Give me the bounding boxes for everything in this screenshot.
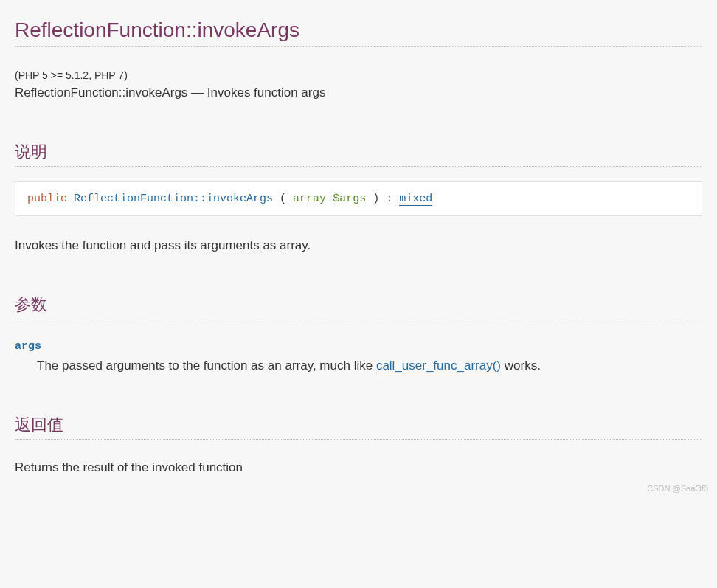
summary-sep: — xyxy=(187,86,207,100)
paren-open: ( xyxy=(273,193,293,205)
summary-desc: Invokes function args xyxy=(207,86,326,100)
param-desc-prefix: The passed arguments to the function as … xyxy=(37,359,376,373)
summary-name: ReflectionFunction::invokeArgs xyxy=(15,86,187,100)
parameter-description: The passed arguments to the function as … xyxy=(37,359,702,373)
description-text: Invokes the function and pass its argume… xyxy=(15,238,702,253)
param-var: $args xyxy=(333,193,366,205)
summary-line: ReflectionFunction::invokeArgs — Invokes… xyxy=(15,86,702,100)
param-type: array xyxy=(293,193,326,205)
page-title: ReflectionFunction::invokeArgs xyxy=(15,18,702,47)
return-type-link[interactable]: mixed xyxy=(399,193,432,206)
modifier-public: public xyxy=(27,193,67,205)
section-description-heading: 说明 xyxy=(15,141,702,167)
method-name: ReflectionFunction::invokeArgs xyxy=(74,193,273,205)
parameter-name-args: args xyxy=(15,340,702,353)
version-info: (PHP 5 >= 5.1.2, PHP 7) xyxy=(15,69,702,81)
paren-close: ) : xyxy=(366,193,399,205)
watermark: CSDN @SeaOf0 xyxy=(647,484,708,493)
return-text: Returns the result of the invoked functi… xyxy=(15,460,702,475)
section-parameters-heading: 参数 xyxy=(15,294,702,319)
section-return-heading: 返回值 xyxy=(15,414,702,440)
param-desc-suffix: works. xyxy=(501,359,541,373)
method-synopsis: public ReflectionFunction::invokeArgs ( … xyxy=(15,181,702,216)
call-user-func-array-link[interactable]: call_user_func_array() xyxy=(376,359,501,373)
